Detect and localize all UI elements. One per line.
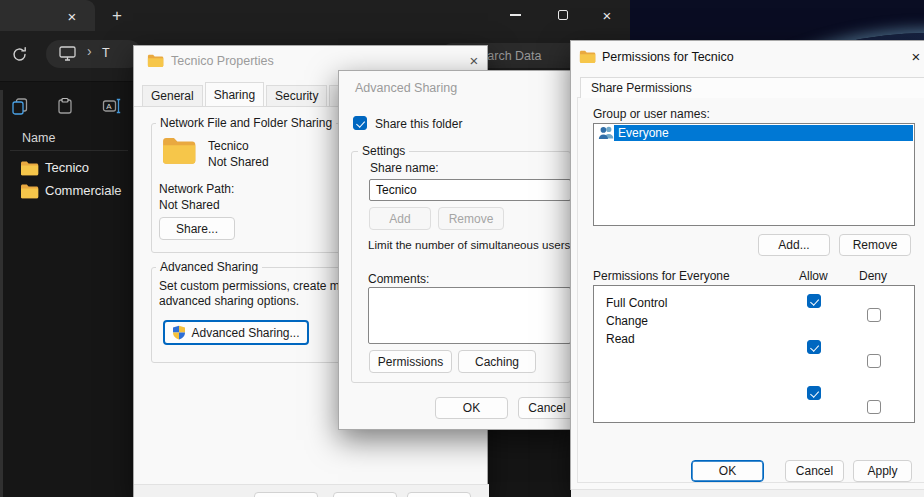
explorer-tab-bar: × + ×	[0, 0, 630, 31]
close-icon[interactable]: ×	[907, 47, 924, 65]
add-button[interactable]: Add...	[758, 234, 830, 256]
minimize-icon	[510, 14, 521, 15]
caching-button[interactable]: Caching	[458, 350, 536, 373]
network-sharing-group-label: Network File and Folder Sharing	[156, 117, 336, 129]
this-pc-icon	[59, 46, 76, 65]
tab-share-permissions[interactable]: Share Permissions	[580, 77, 924, 98]
share-name-label: Share name:	[370, 161, 439, 175]
permission-row-read: Read	[606, 330, 635, 348]
comments-label: Comments:	[368, 272, 429, 286]
rename-icon[interactable]: A	[97, 91, 127, 121]
folder-icon	[20, 160, 39, 176]
tab-close-icon[interactable]: ×	[62, 6, 82, 26]
everyone-group-icon	[598, 125, 615, 140]
dialog-title: Advanced Sharing	[355, 81, 457, 95]
advanced-sharing-button[interactable]: Advanced Sharing...	[163, 320, 309, 345]
permission-row-full-control: Full Control	[606, 294, 667, 312]
advanced-sharing-button-label: Advanced Sharing...	[191, 326, 299, 340]
svg-text:A: A	[106, 102, 112, 111]
maximize-button[interactable]	[541, 0, 585, 30]
uac-shield-icon	[172, 325, 186, 340]
screen: × + × › T Search Data	[0, 0, 924, 497]
group-usernames-label: Group or user names:	[593, 107, 710, 121]
share-this-folder-checkbox[interactable]	[353, 116, 367, 130]
deny-checkbox-read[interactable]	[867, 400, 881, 414]
list-item-everyone[interactable]: Everyone	[594, 124, 914, 142]
refresh-icon[interactable]	[11, 46, 28, 67]
header-separator	[10, 150, 128, 151]
permissions-for-label: Permissions for Everyone	[593, 269, 730, 283]
deny-checkbox-change[interactable]	[867, 354, 881, 368]
allow-column-header: Allow	[799, 269, 828, 283]
allow-checkbox-full-control[interactable]	[807, 294, 821, 308]
ok-button[interactable]: OK	[691, 460, 764, 482]
share-button[interactable]: Share...	[159, 217, 235, 240]
paste-icon[interactable]	[50, 91, 80, 121]
list-item-tecnico[interactable]: Tecnico	[8, 156, 130, 179]
cancel-button[interactable]: Cancel	[518, 397, 576, 419]
limit-users-label: Limit the number of simultaneous users t…	[368, 238, 574, 251]
apply-button[interactable]: Apply	[407, 492, 471, 497]
allow-checkbox-change[interactable]	[807, 340, 821, 354]
breadcrumb[interactable]: › T	[46, 40, 142, 68]
close-icon: ×	[603, 7, 612, 24]
allow-checkbox-read[interactable]	[807, 386, 821, 400]
copy-icon[interactable]	[5, 91, 35, 121]
deny-column-header: Deny	[859, 269, 887, 283]
network-path-label: Network Path:	[159, 182, 234, 196]
close-icon[interactable]: ×	[465, 51, 483, 69]
list-item-commerciale[interactable]: Commerciale	[8, 179, 130, 202]
advanced-sharing-group-label: Advanced Sharing	[156, 261, 262, 273]
dialog-title: Permissions for Tecnico	[602, 50, 734, 64]
comments-input[interactable]	[368, 287, 571, 344]
network-path-value: Not Shared	[159, 198, 220, 212]
minimize-button[interactable]	[493, 0, 537, 30]
cancel-button[interactable]: Cancel	[333, 492, 397, 497]
permissions-footer	[571, 489, 924, 497]
window-close-button[interactable]: ×	[585, 0, 629, 30]
shared-folder-name: Tecnico	[208, 139, 249, 153]
group-usernames-listbox[interactable]: Everyone	[593, 123, 915, 226]
apply-button[interactable]: Apply	[853, 460, 912, 482]
tab-sharing[interactable]: Sharing	[205, 82, 264, 106]
tab-security[interactable]: Security	[266, 85, 327, 106]
settings-group-label: Settings	[358, 145, 409, 157]
folder-icon	[20, 183, 39, 199]
window-left-edge	[0, 90, 3, 497]
new-tab-icon[interactable]: +	[106, 5, 128, 27]
column-header-name[interactable]: Name	[14, 131, 55, 145]
add-button[interactable]: Add	[369, 207, 431, 230]
remove-button[interactable]: Remove	[839, 234, 911, 256]
ok-button[interactable]: OK	[435, 397, 508, 419]
deny-checkbox-full-control[interactable]	[867, 308, 881, 322]
permission-row-change: Change	[606, 312, 648, 330]
folder-icon	[147, 53, 164, 71]
permissions-listbox[interactable]: Full Control Change Read	[593, 285, 915, 423]
list-item-label: Tecnico	[45, 160, 89, 175]
ok-button[interactable]: OK	[254, 492, 318, 497]
folder-icon	[579, 49, 596, 67]
share-name-input[interactable]: Tecnico	[369, 179, 571, 201]
shared-folder-state: Not Shared	[208, 155, 269, 169]
maximize-icon	[558, 10, 568, 20]
folder-icon-large	[161, 135, 197, 168]
chevron-right-icon: ›	[87, 43, 92, 59]
tab-general[interactable]: General	[142, 85, 203, 106]
share-this-folder-label: Share this folder	[375, 117, 462, 131]
permissions-dialog: Permissions for Tecnico × Share Permissi…	[570, 40, 924, 490]
permissions-button[interactable]: Permissions	[369, 350, 452, 373]
advanced-sharing-dialog: Advanced Sharing Share this folder Setti…	[338, 70, 578, 430]
breadcrumb-text: T	[102, 46, 110, 60]
cancel-button[interactable]: Cancel	[785, 460, 844, 482]
remove-button[interactable]: Remove	[438, 207, 504, 230]
list-item-label: Everyone	[618, 126, 669, 140]
list-item-label: Commerciale	[45, 183, 122, 198]
dialog-title: Tecnico Properties	[171, 54, 274, 68]
